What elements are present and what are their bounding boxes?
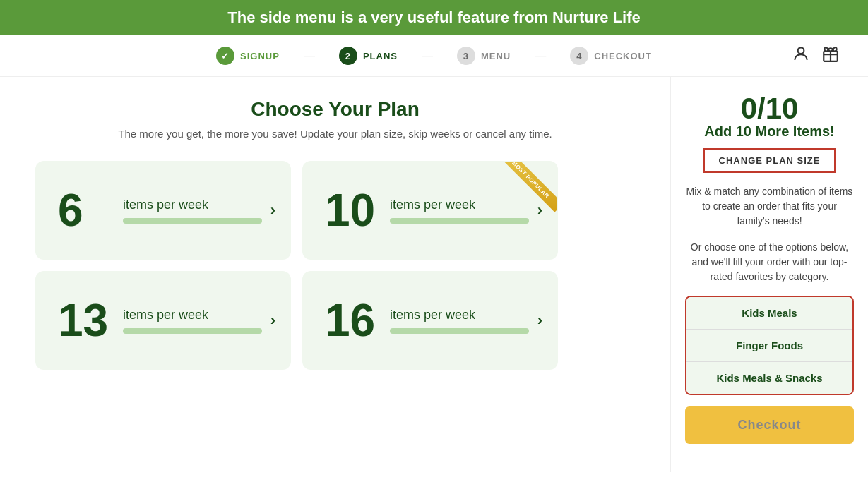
banner-text: The side menu is a very useful feature f… [227, 8, 640, 26]
category-container: Kids Meals Finger Foods Kids Meals & Sna… [685, 296, 854, 395]
user-icon[interactable] [792, 44, 810, 67]
nav-icons [792, 44, 840, 67]
category-btn-kids-meals-snacks[interactable]: Kids Meals & Snacks [686, 362, 852, 394]
page-subtitle: The more you get, the more you save! Upd… [35, 128, 635, 140]
nav-bar: ✓ SIGNUP — 2 PLANS — 3 MENU — 4 CHECKOUT [0, 35, 868, 77]
plan-desc-bar-13 [123, 328, 262, 334]
step-circle-plans: 2 [339, 47, 357, 65]
plan-card-6[interactable]: 6 items per week › [35, 161, 291, 260]
nav-step-plans[interactable]: 2 PLANS [339, 47, 398, 65]
nav-steps: ✓ SIGNUP — 2 PLANS — 3 MENU — 4 CHECKOUT [216, 47, 652, 65]
plan-desc-text-6: items per week [123, 198, 262, 212]
step-label-signup: SIGNUP [240, 51, 280, 61]
step-label-plans: PLANS [363, 51, 398, 61]
plan-card-10[interactable]: 10 items per week › [302, 161, 558, 260]
nav-step-signup[interactable]: ✓ SIGNUP [216, 47, 280, 65]
plan-arrow-6: › [270, 201, 275, 219]
sidebar-description: Mix & match any combination of items to … [685, 184, 854, 229]
sidebar-or-text: Or choose one of the options below, and … [685, 240, 854, 284]
plan-desc-6: items per week [123, 198, 262, 224]
plan-card-13[interactable]: 13 items per week › [35, 271, 291, 370]
category-btn-finger-foods[interactable]: Finger Foods [686, 330, 852, 362]
svg-point-0 [798, 47, 804, 54]
plan-arrow-16: › [537, 311, 542, 330]
step-circle-menu: 3 [457, 47, 475, 65]
step-label-checkout: CHECKOUT [594, 51, 652, 61]
plan-arrow-13: › [270, 311, 275, 330]
left-content: Choose Your Plan The more you get, the m… [0, 77, 670, 472]
step-circle-signup: ✓ [216, 47, 234, 65]
step-circle-checkout: 4 [570, 47, 588, 65]
most-popular-badge [500, 162, 557, 219]
main-layout: Choose Your Plan The more you get, the m… [0, 77, 868, 472]
sidebar-add-more: Add 10 More Items! [685, 123, 854, 140]
gift-icon[interactable] [821, 44, 840, 67]
sidebar-count: 0/10 [685, 94, 854, 123]
nav-step-checkout[interactable]: 4 CHECKOUT [570, 47, 652, 65]
plan-number-10: 10 [325, 184, 381, 236]
right-sidebar: 0/10 Add 10 More Items! CHANGE PLAN SIZE… [670, 77, 868, 472]
plan-card-16[interactable]: 16 items per week › [302, 271, 558, 370]
plan-desc-13: items per week [123, 308, 262, 334]
plan-number-16: 16 [325, 294, 381, 347]
checkout-button[interactable]: Checkout [685, 406, 854, 444]
step-sep-3: — [535, 49, 546, 62]
step-sep-2: — [422, 49, 433, 62]
plan-desc-16: items per week [390, 308, 529, 334]
nav-step-menu[interactable]: 3 MENU [457, 47, 511, 65]
plan-number-6: 6 [58, 184, 114, 236]
plan-desc-bar-6 [123, 218, 262, 224]
page-title: Choose Your Plan [35, 98, 635, 121]
plan-desc-text-13: items per week [123, 308, 262, 323]
plan-number-13: 13 [58, 294, 114, 347]
plan-desc-text-16: items per week [390, 308, 529, 323]
step-sep-1: — [304, 49, 315, 62]
plans-grid: 6 items per week › 10 items per week › [35, 161, 558, 370]
category-btn-kids-meals[interactable]: Kids Meals [686, 297, 852, 330]
change-plan-button[interactable]: CHANGE PLAN SIZE [703, 148, 836, 173]
top-banner: The side menu is a very useful feature f… [0, 0, 868, 35]
plan-desc-bar-16 [390, 328, 529, 334]
step-label-menu: MENU [481, 51, 511, 61]
